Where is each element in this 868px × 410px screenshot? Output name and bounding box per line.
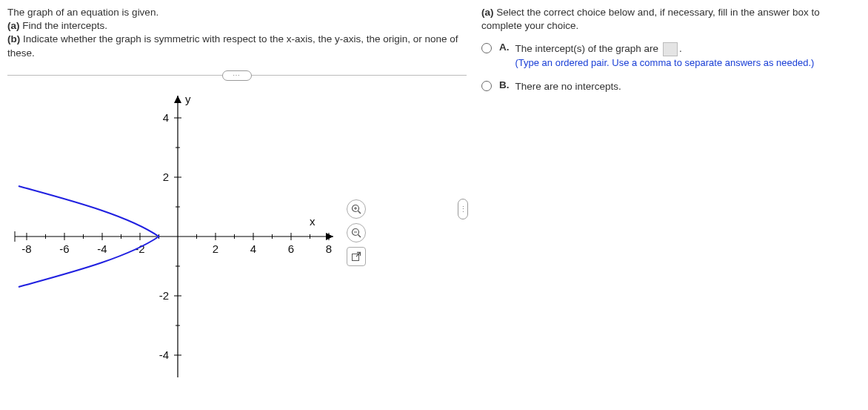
prompt-a-text: Find the intercepts.: [22, 20, 107, 31]
choice-a-hint: (Type an ordered pair. Use a comma to se…: [515, 56, 815, 70]
x-tick--4: -4: [97, 242, 107, 255]
choice-a-row: A. The intercept(s) of the graph are . (…: [481, 42, 861, 70]
x-tick--8: -8: [21, 242, 31, 255]
svg-line-33: [356, 252, 361, 257]
expand-button[interactable]: ⋯: [222, 70, 252, 81]
problem-prompt: The graph of an equation is given. (a) F…: [7, 6, 467, 60]
y-tick-2: 2: [163, 171, 169, 183]
prompt-line-1: The graph of an equation is given.: [7, 6, 467, 19]
x-axis-arrow: [326, 233, 333, 240]
intercepts-input[interactable]: [663, 42, 678, 56]
x-tick-8: 8: [326, 242, 332, 255]
answer-header-text: Select the correct choice below and, if …: [481, 7, 820, 31]
choice-b-radio[interactable]: [481, 81, 492, 91]
x-tick-2: 2: [213, 242, 218, 255]
choice-b-label: B.: [499, 79, 510, 90]
svg-line-30: [358, 234, 361, 237]
x-tick-4: 4: [250, 242, 256, 255]
prompt-line-3: (b) Indicate whether the graph is symmet…: [7, 33, 467, 59]
prompt-line-2: (a) Find the intercepts.: [7, 19, 467, 33]
prompt-b-text: Indicate whether the graph is symmetric …: [7, 33, 458, 58]
x-axis-label: x: [310, 215, 316, 228]
y-axis-arrow: [174, 96, 181, 103]
choice-b-row: B. There are no intercepts.: [481, 79, 861, 94]
zoom-out-button[interactable]: [347, 223, 366, 242]
graph-svg: -8 -6 -4 -2 2 4 6 8 4 2 -2 -4 x y: [7, 88, 348, 385]
x-tick--6: -6: [59, 242, 69, 255]
vertical-expand-button[interactable]: ⋮: [458, 199, 468, 219]
answer-header: (a) Select the correct choice below and,…: [481, 6, 861, 33]
graph-tools: [347, 199, 366, 266]
graph-area: -8 -6 -4 -2 2 4 6 8 4 2 -2 -4 x y: [7, 88, 467, 385]
answer-header-prefix: (a): [481, 7, 494, 18]
popout-icon: [351, 251, 361, 262]
section-divider: ⋯: [7, 70, 467, 81]
y-tick--2: -2: [159, 289, 169, 302]
choice-a-label: A.: [499, 42, 510, 53]
svg-line-26: [358, 211, 361, 214]
choice-a-radio[interactable]: [481, 43, 492, 53]
choice-a-period: .: [679, 43, 682, 54]
y-axis-label: y: [185, 93, 191, 105]
divider-line-left: [7, 75, 222, 76]
zoom-out-icon: [351, 228, 361, 238]
x-tick-6: 6: [288, 242, 294, 255]
divider-line-right: [252, 75, 467, 76]
zoom-in-button[interactable]: [347, 199, 366, 219]
y-tick-4: 4: [163, 111, 169, 124]
y-tick--4: -4: [159, 348, 169, 361]
prompt-a-label: (a): [7, 20, 20, 31]
popout-button[interactable]: [347, 247, 366, 266]
choice-a-text: The intercept(s) of the graph are: [515, 43, 659, 54]
choice-b-text: There are no intercepts.: [515, 81, 621, 92]
prompt-b-label: (b): [7, 33, 20, 44]
zoom-in-icon: [351, 204, 361, 214]
